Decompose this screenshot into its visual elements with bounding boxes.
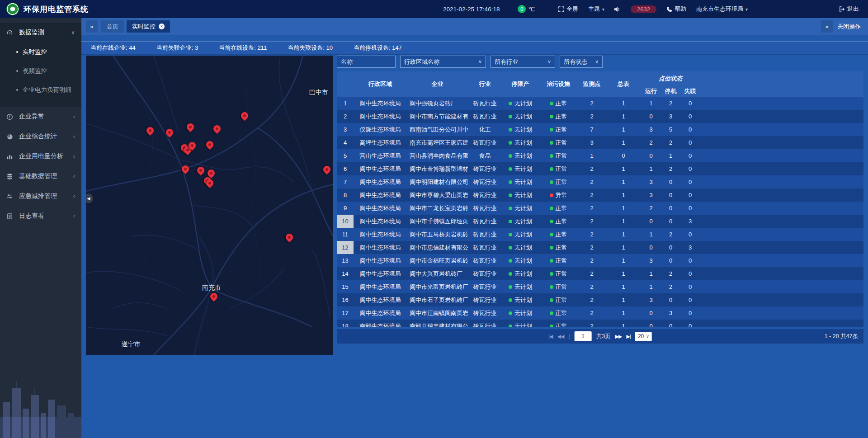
map-canvas[interactable]: 巴中市南充市遂宁市 ◀ (86, 56, 333, 355)
page-number-input[interactable] (575, 331, 592, 341)
name-filter-input[interactable] (337, 56, 396, 68)
table-row[interactable]: 3仪陇生态环境局西南油气田分公司川中化工无计划正常71350 (337, 123, 863, 136)
cell-industry: 砖瓦行业 (468, 110, 502, 123)
city-skyline-decoration (0, 370, 81, 438)
map-pin-icon[interactable] (213, 125, 221, 132)
table-row[interactable]: 9阆中生态环境局阆中市二龙长宝页岩砖砖瓦行业无计划正常21200 (337, 202, 863, 215)
cell-offline-count: 0 (680, 202, 700, 215)
first-page-button[interactable]: |◀ (548, 334, 552, 339)
cell-facility-status: 正常 (539, 175, 578, 188)
cell-offline-count: 0 (680, 123, 700, 136)
map-pin-icon[interactable] (182, 165, 189, 173)
cell-meter-count: 1 (606, 280, 641, 293)
announcement-button[interactable] (614, 6, 621, 12)
map-pin-icon[interactable] (187, 123, 194, 131)
stat-item: 当前在线企业: 44 (90, 44, 136, 52)
map-pin-icon[interactable] (286, 234, 293, 241)
table-row[interactable]: 7阆中生态环境局阆中明阳建材有限公司砖瓦行业无计划正常21300 (337, 175, 863, 188)
table-row[interactable]: 2阆中生态环境局阆中市南方节能建材有砖瓦行业无计划正常21030 (337, 110, 863, 123)
alert-icon (6, 113, 14, 120)
sidebar-subitem[interactable]: 实时监控 (0, 42, 81, 61)
table-row[interactable]: 10阆中生态环境局阆中市千佛镇五郎垭页岩砖瓦行业无计划正常21003 (337, 215, 863, 228)
table-row[interactable]: 12阆中生态环境局阆中市忠信建材有限公砖瓦行业无计划正常21003 (337, 241, 863, 254)
tab-0[interactable]: 首页 (101, 20, 124, 33)
cell-filler (700, 280, 863, 293)
tab-1[interactable]: 实时监控× (127, 20, 170, 33)
map-pin-icon[interactable] (206, 141, 213, 148)
cell-production-status: 无计划 (502, 293, 539, 306)
table-row[interactable]: 17阆中生态环境局阆中市江南镇阆南页岩砖瓦行业无计划正常21030 (337, 306, 863, 320)
sidebar-item-1[interactable]: 企业异常 ‹ (0, 107, 81, 127)
filter-bar: 行政区域名称 ∨ 所有行业 ∨ 所有状态 ∨ (337, 56, 863, 68)
sidebar-subitem[interactable]: 企业电力负荷明细 (0, 80, 81, 99)
cell-industry: 化工 (468, 123, 502, 136)
map-pin-icon[interactable] (323, 166, 330, 173)
sidebar-item-5[interactable]: 应急减排管理 ‹ (0, 186, 81, 206)
tabs-scroll-right-button[interactable]: » (821, 20, 833, 33)
table-row[interactable]: 5营山生态环境局营山县润丰肉食品有限食品无计划正常10010 (337, 149, 863, 162)
sidebar-item-4[interactable]: 基础数据管理 ‹ (0, 166, 81, 186)
map-city-label: 南充市 (202, 284, 221, 292)
map-pin-icon[interactable] (166, 129, 173, 136)
next-page-button[interactable]: ▶▶ (615, 334, 622, 339)
map-pin-icon[interactable] (208, 170, 215, 177)
cell-region: 阆中生态环境局 (354, 228, 407, 241)
cell-facility-status: 正常 (539, 149, 578, 162)
cell-stopped-count: 2 (661, 267, 680, 280)
status-filter-select[interactable]: 所有状态 ∨ (560, 56, 603, 68)
close-operations-button[interactable]: 关闭操作 (837, 23, 861, 31)
sidebar-item-3[interactable]: 企业用电量分析 ‹ (0, 146, 81, 166)
logout-button[interactable]: 退出 (839, 5, 859, 13)
sidebar-subitem[interactable]: 视频监控 (0, 61, 81, 80)
status-ok-dot-icon (550, 102, 553, 105)
map-pin-icon[interactable] (210, 293, 217, 300)
sidebar-item-6[interactable]: 日志查看 ‹ (0, 206, 81, 226)
fullscreen-button[interactable]: 全屏 (558, 5, 578, 13)
table-row[interactable]: 15阆中生态环境局阆中市光富页岩机砖厂砖瓦行业无计划正常21120 (337, 280, 863, 293)
table-row[interactable]: 1阆中生态环境局阆中强锐页岩砖厂砖瓦行业无计划正常21120 (337, 97, 863, 110)
chevron-left-icon: ‹ (73, 173, 75, 179)
cell-running-count: 0 (641, 306, 661, 320)
table-row[interactable]: 8阆中生态环境局阆中市枣碧大梁山页岩砖瓦行业无计划异常21300 (337, 188, 863, 202)
cell-stopped-count: 0 (661, 241, 680, 254)
map-pin-icon[interactable] (189, 142, 196, 149)
last-page-button[interactable]: ▶| (627, 334, 631, 339)
table-row[interactable]: 16阆中生态环境局阆中市石子页岩机砖厂砖瓦行业无计划正常21300 (337, 293, 863, 306)
cell-index: 3 (337, 123, 354, 136)
table-row[interactable]: 14阆中生态环境局阆中大兴页岩机砖厂砖瓦行业无计划正常21120 (337, 267, 863, 280)
region-filter-select[interactable]: 行政区域名称 ∨ (400, 56, 486, 68)
table-row[interactable]: 13阆中生态环境局阆中市金福旺页岩机砖砖瓦行业无计划正常21300 (337, 254, 863, 267)
tabs-scroll-left-button[interactable]: « (86, 20, 98, 33)
notice-count-badge[interactable]: 2632 (631, 5, 656, 13)
cell-production-status: 无计划 (502, 306, 539, 320)
cell-company: 阆中市五马桥页岩机砖 (407, 228, 468, 241)
sidebar-item-2[interactable]: 企业综合统计 ‹ (0, 127, 81, 146)
map-pin-icon[interactable] (146, 127, 154, 134)
cell-facility-status: 异常 (539, 188, 578, 202)
map-pin-icon[interactable] (241, 112, 248, 119)
industry-filter-select[interactable]: 所有行业 ∨ (491, 56, 555, 68)
table-row[interactable]: 18南部生态环境局南部县瑞丰建材有限公砖瓦行业无计划正常21000 (337, 320, 863, 327)
sidebar-item-label: 数据监测 (19, 28, 44, 37)
help-button[interactable]: 帮助 (666, 5, 686, 13)
sidebar-item-0[interactable]: 数据监测 ∨ (0, 23, 81, 42)
page-size-select[interactable]: 20 ∨ (635, 332, 652, 341)
cell-running-count: 3 (641, 254, 661, 267)
cell-facility-status: 正常 (539, 306, 578, 320)
tab-close-icon[interactable]: × (159, 24, 165, 29)
cell-running-count: 3 (641, 293, 661, 306)
table-row[interactable]: 11阆中生态环境局阆中市五马桥页岩机砖砖瓦行业无计划正常21120 (337, 228, 863, 241)
cell-industry: 砖瓦行业 (468, 254, 502, 267)
prev-page-button[interactable]: ◀◀ (557, 334, 564, 339)
cell-filler (700, 254, 863, 267)
cell-company: 阆中市枣碧大梁山页岩 (407, 188, 468, 202)
map-pin-icon[interactable] (206, 179, 213, 187)
cell-region: 阆中生态环境局 (354, 202, 407, 215)
table-row[interactable]: 6阆中生态环境局阆中市金博瑞新型墙材砖瓦行业无计划正常21120 (337, 162, 863, 175)
monitor-icon (6, 29, 14, 36)
table-row[interactable]: 4高坪生态环境局南充市高坪区王家店建砖瓦行业无计划正常31220 (337, 136, 863, 149)
map-pin-icon[interactable] (197, 167, 204, 174)
theme-dropdown[interactable]: 主题 ▾ (588, 5, 604, 13)
sidebar-subitem-label: 企业电力负荷明细 (23, 86, 71, 94)
organization-dropdown[interactable]: 南充市生态环境局 ▾ (696, 5, 748, 13)
